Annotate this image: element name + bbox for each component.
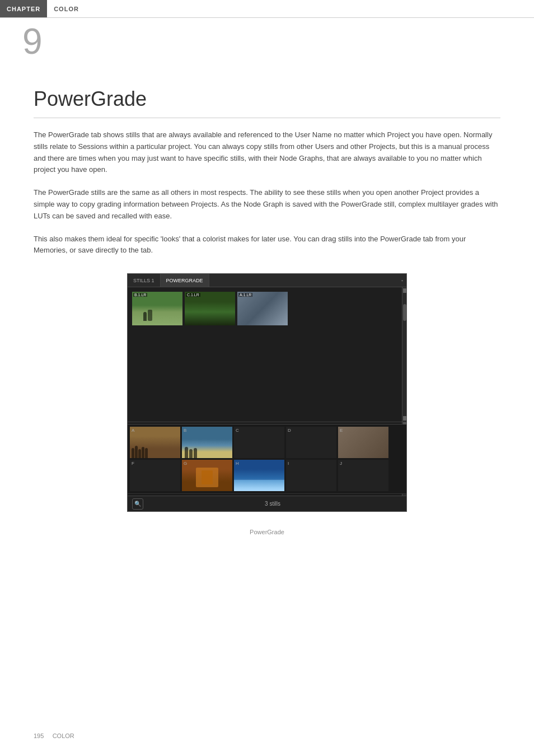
alpha-cell-F[interactable]: F [130,460,180,491]
chapter-number: 9 [0,18,534,65]
still-thumb-2[interactable]: C.1.LR [185,292,235,325]
paragraph-2: The PowerGrade stills are the same as al… [34,187,500,222]
still-label-3: A.1.LR [238,293,252,297]
paragraph-1: The PowerGrade tab shows stills that are… [34,129,500,176]
page-wrapper: CHAPTER COLOR 9 PowerGrade The PowerGrad… [0,0,534,756]
color-label: COLOR [47,0,86,17]
page-content: PowerGrade The PowerGrade tab shows stil… [0,65,534,569]
tabs-row: STILLS 1 POWERGRADE ▪ [128,274,406,287]
bottom-bar: 🔍 3 stills [128,496,406,511]
alpha-cell-I[interactable]: I [286,460,336,491]
tab-powergrade[interactable]: POWERGRADE [161,274,209,287]
still-label-1: B.1.LR [133,293,147,297]
screenshot-caption: PowerGrade [34,529,500,535]
section-title: PowerGrade [34,87,500,118]
footer: 195 COLOR [34,732,74,739]
stills-wrapper: B.1.LR C.1.LR A.1.LR [128,287,406,422]
still-label-2: C.1.LR [186,293,200,297]
paragraph-3: This also makes them ideal for specific … [34,234,500,257]
alpha-cell-B[interactable]: B [182,427,232,458]
alpha-cell-A[interactable]: A [130,427,180,458]
chapter-label: CHAPTER [0,0,47,17]
still-thumb-1[interactable]: B.1.LR [132,292,182,325]
still-thumb-3[interactable]: A.1.LR [237,292,288,325]
alpha-cell-G[interactable]: G [182,460,232,491]
tab-corner: ▪ [398,278,406,283]
search-icon[interactable]: 🔍 [132,498,143,510]
tab-stills[interactable]: STILLS 1 [128,274,161,287]
alpha-cell-C[interactable]: C [234,427,284,458]
scrollbar-thumb [403,304,406,321]
screenshot-container: STILLS 1 POWERGRADE ▪ B.1.LR [127,273,407,512]
alpha-cell-H[interactable]: H [234,460,284,491]
page-number: 195 [34,732,44,739]
stills-area: B.1.LR C.1.LR A.1.LR [128,287,406,422]
stills-count: 3 stills [265,501,280,507]
footer-section-label: COLOR [53,732,74,739]
alpha-grid: A B [128,424,406,493]
alpha-cell-D[interactable]: D [286,427,336,458]
header-bar: CHAPTER COLOR [0,0,534,18]
scrollbar[interactable] [402,287,406,422]
alphabet-section: A B [128,422,406,496]
alpha-cell-J[interactable]: J [338,460,388,491]
alpha-cell-E[interactable]: E [338,427,388,458]
